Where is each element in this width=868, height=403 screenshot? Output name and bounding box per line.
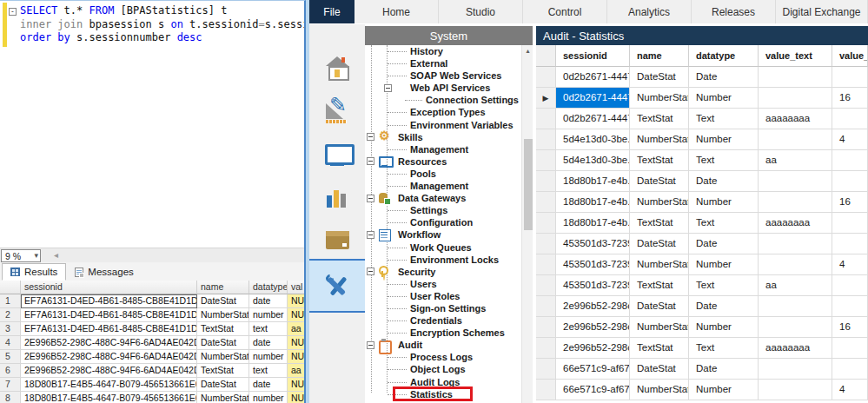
cell-name[interactable]: DateStat [197, 336, 249, 350]
cell-datatype[interactable]: date [249, 336, 288, 350]
collapse-region-icon[interactable]: - [9, 8, 17, 16]
cell-value_number[interactable]: 4 [832, 380, 868, 400]
cell-val[interactable]: NU [288, 392, 304, 403]
row-selector[interactable]: ▶ [536, 88, 556, 109]
ribbon-tab-file[interactable]: File [309, 0, 354, 23]
cell-value_number[interactable] [832, 150, 868, 171]
row-selector[interactable] [536, 150, 556, 171]
table-row[interactable]: 453501d3-7239...NumberStatNumber4 [536, 254, 868, 275]
cell-sessionid[interactable]: 18D80B17-E4B5-4647-B079-456513661E6E [21, 378, 197, 392]
cell-value_text[interactable] [759, 296, 832, 317]
nav-item-control[interactable] [309, 132, 365, 177]
cell-value_number[interactable]: 4 [832, 254, 868, 275]
cell-name[interactable]: TextStat [630, 109, 689, 129]
nav-item-releases[interactable] [309, 217, 365, 262]
sidebar-item-object-logs[interactable]: Object Logs [365, 363, 533, 375]
cell-val[interactable]: NU [288, 294, 304, 308]
combo-dropdown-icon[interactable]: ▾ [34, 251, 38, 260]
cell-sessionid[interactable]: 18d80b17-e4b... [556, 171, 630, 192]
sidebar-item-external[interactable]: External [365, 57, 533, 69]
cell-datatype[interactable]: date [249, 378, 288, 392]
cell-sessionid[interactable]: 2E996B52-298C-488C-94F6-6AD4AE042DC8 [21, 336, 197, 350]
sidebar-item-management[interactable]: Management [365, 143, 533, 155]
cell-sessionid[interactable]: 2E996B52-298C-488C-94F6-6AD4AE042DC8 [21, 350, 197, 364]
scrollbar-thumb[interactable] [524, 139, 533, 230]
sidebar-item-history[interactable]: History [365, 45, 533, 57]
hscroll-left-icon[interactable]: ◂ [54, 250, 58, 260]
ribbon-tab-analytics[interactable]: Analytics [607, 0, 692, 23]
cell-sessionid[interactable]: 0d2b2671-4447... [556, 88, 630, 109]
table-row[interactable]: 718D80B17-E4B5-4647-B079-456513661E6EDat… [0, 378, 304, 392]
cell-sessionid[interactable]: 18d80b17-e4b... [556, 213, 630, 234]
cell-name[interactable]: TextStat [197, 322, 249, 336]
sidebar-item-skills[interactable]: Skills [365, 131, 533, 143]
cell-datatype[interactable]: number [249, 392, 288, 403]
cell-name[interactable]: DateStat [630, 359, 689, 380]
sidebar-item-web-api-services[interactable]: Web API Services [365, 82, 533, 94]
row-selector[interactable] [536, 171, 556, 192]
row-selector[interactable] [536, 192, 556, 213]
table-row[interactable]: 18d80b17-e4b...NumberStatNumber16 [536, 192, 868, 213]
sidebar-item-soap-web-services[interactable]: SOAP Web Services [365, 69, 533, 82]
collapse-minus-icon[interactable] [367, 157, 374, 165]
cell-value_number[interactable] [832, 275, 868, 296]
row-selector[interactable] [536, 213, 556, 234]
cell-datatype[interactable]: Date [689, 359, 759, 380]
sidebar-item-environment-locks[interactable]: Environment Locks [365, 254, 533, 266]
cell-name[interactable]: NumberStat [197, 350, 249, 364]
cell-value_text[interactable]: aa [759, 275, 832, 296]
nav-item-system[interactable] [309, 259, 365, 313]
cell-val[interactable]: aa [288, 322, 304, 336]
cell-sessionid[interactable]: 2E996B52-298C-488C-94F6-6AD4AE042DC8 [21, 364, 197, 378]
cell-datatype[interactable]: Date [689, 171, 759, 192]
cell-value_text[interactable] [759, 254, 832, 275]
cell-sessionid[interactable]: 453501d3-7239... [556, 234, 630, 254]
sidebar-item-users[interactable]: Users [365, 278, 533, 290]
row-selector[interactable] [536, 317, 556, 338]
collapse-minus-icon[interactable] [367, 341, 374, 349]
cell-name[interactable]: NumberStat [630, 317, 689, 338]
cell-sessionid[interactable]: 453501d3-7239... [556, 275, 630, 296]
cell-name[interactable]: TextStat [630, 338, 689, 359]
cell-datatype[interactable]: Number [689, 254, 759, 275]
cell-value_text[interactable]: aaaaaaaa [759, 213, 832, 234]
editor-zoom-combobox[interactable]: 9 % ▾ [1, 249, 41, 262]
row-selector[interactable] [536, 359, 556, 380]
ribbon-tab-studio[interactable]: Studio [439, 0, 523, 23]
cell-name[interactable]: DateStat [630, 296, 689, 317]
tab-messages[interactable]: Messages [66, 263, 142, 281]
sidebar-item-settings[interactable]: Settings [365, 204, 533, 216]
cell-datatype[interactable]: text [249, 322, 288, 336]
cell-datatype[interactable]: Text [689, 338, 759, 359]
row-selector[interactable] [536, 234, 556, 254]
table-row[interactable]: 62E996B52-298C-488C-94F6-6AD4AE042DC8Tex… [0, 364, 304, 378]
ribbon-tab-home[interactable]: Home [354, 0, 439, 23]
nav-item-studio[interactable] [309, 89, 365, 134]
table-row[interactable]: 0d2b2671-4447...TextStatTextaaaaaaaa [536, 109, 868, 129]
sql-editor[interactable]: - SELECT t.* FROM [BPAStatistics] tinner… [0, 1, 304, 248]
sidebar-item-configuration[interactable]: Configuration [365, 216, 533, 228]
cell-value_text[interactable] [759, 129, 832, 150]
cell-val[interactable]: NU [288, 336, 304, 350]
cell-datatype[interactable]: Date [689, 67, 759, 88]
tab-results[interactable]: Results [2, 263, 66, 281]
cell-name[interactable]: DateStat [630, 234, 689, 254]
row-selector[interactable] [536, 296, 556, 317]
cell-datatype[interactable]: number [249, 308, 288, 322]
cell-datatype[interactable]: Text [689, 109, 759, 129]
cell-value_text[interactable] [759, 171, 832, 192]
cell-value_number[interactable] [832, 109, 868, 129]
table-row[interactable]: 66e571c9-af67-...NumberStatNumber4 [536, 380, 868, 400]
table-row[interactable]: 5d4e13d0-3be...NumberStatNumber4 [536, 129, 868, 150]
cell-sessionid[interactable]: 5d4e13d0-3be... [556, 150, 630, 171]
cell-name[interactable]: TextStat [630, 275, 689, 296]
collapse-minus-icon[interactable] [367, 231, 374, 239]
row-selector[interactable] [536, 380, 556, 400]
cell-sessionid[interactable]: EF7A6131-D4ED-4B61-8485-CB8E41D1D617 [21, 294, 197, 308]
row-selector[interactable] [536, 67, 556, 88]
table-row[interactable]: ▶0d2b2671-4447...NumberStatNumber16 [536, 88, 868, 109]
cell-sessionid[interactable]: 18d80b17-e4b... [556, 192, 630, 213]
row-selector[interactable] [536, 275, 556, 296]
cell-value_number[interactable] [832, 359, 868, 380]
cell-datatype[interactable]: Date [689, 296, 759, 317]
